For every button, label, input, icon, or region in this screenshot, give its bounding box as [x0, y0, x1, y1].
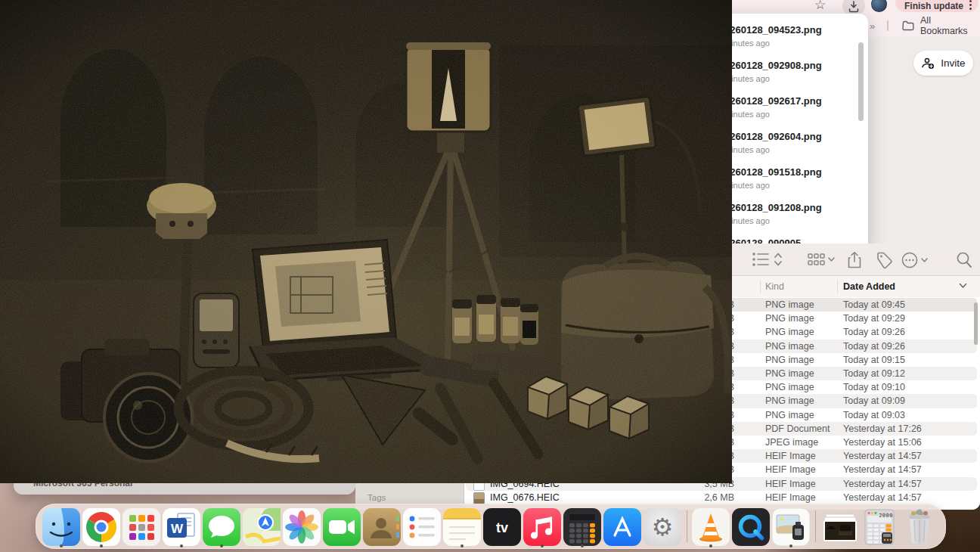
chrome-toolbar: ☆ Finish update — [718, 0, 980, 15]
dock-vlc-icon[interactable] — [691, 504, 731, 549]
dock-minimized-calculator-window-icon[interactable]: 2000 — [860, 504, 900, 549]
file-kind: JPEG image — [765, 437, 818, 448]
file-kind: PNG image — [765, 327, 814, 337]
dock-notes-icon[interactable] — [442, 504, 482, 549]
dock-music-icon[interactable] — [523, 504, 563, 549]
download-time: minutes ago — [724, 110, 853, 119]
file-date-added: Today at 09:03 — [843, 410, 905, 420]
dock-preview-icon[interactable] — [771, 504, 811, 549]
file-row[interactable]: IMG_0676.HEIC2,6 MBHEIF ImageYesterday a… — [466, 491, 977, 504]
search-icon[interactable] — [956, 251, 972, 269]
finish-update-button[interactable]: Finish update — [895, 0, 978, 12]
file-date-added: Yesterday at 14:57 — [843, 451, 922, 461]
dock-word-icon[interactable]: W — [162, 504, 202, 549]
dock-settings-icon[interactable]: ⚙ — [643, 504, 683, 549]
dock-minimized-photo-window-icon[interactable] — [820, 504, 860, 549]
list-view-icon[interactable] — [752, 251, 770, 268]
svg-text:tv: tv — [496, 520, 508, 535]
downloads-panel: 0260128_094523.pngminutes ago0260128_092… — [715, 14, 868, 257]
sort-direction-chevron-icon — [959, 283, 967, 289]
dock-calculator-icon[interactable] — [563, 504, 603, 549]
folder-icon — [902, 20, 914, 31]
dock-divider — [811, 504, 820, 549]
invite-button[interactable]: Invite — [913, 51, 973, 76]
dock-launchpad-icon[interactable] — [122, 504, 162, 549]
tag-icon[interactable] — [876, 251, 894, 269]
file-date-added: Today at 09:45 — [843, 299, 905, 310]
minimized-calculator-display: 2000 — [879, 513, 893, 519]
download-item[interactable]: 0260128_092617.pngminutes ago — [724, 95, 853, 126]
file-size: 2,6 MB — [655, 492, 734, 503]
file-date-added: Today at 09:10 — [843, 382, 905, 392]
dock-appletv-icon[interactable]: tv — [482, 504, 523, 549]
file-kind: PNG image — [765, 313, 814, 324]
downloads-scrollbar[interactable] — [858, 42, 864, 121]
bookmark-star-icon[interactable]: ☆ — [814, 0, 826, 13]
file-kind: HEIF Image — [765, 479, 816, 489]
file-date-added: Yesterday at 17:26 — [843, 423, 922, 434]
file-kind: PNG image — [765, 410, 814, 420]
download-item[interactable]: 0260128_091208.pngminutes ago — [724, 202, 853, 232]
desktop-photo-archaeology-equipment — [0, 0, 732, 483]
share-icon[interactable] — [847, 251, 862, 269]
more-actions-icon[interactable] — [901, 251, 930, 269]
download-file-name: 0260128_094523.png — [724, 24, 853, 36]
dock-facetime-icon[interactable] — [322, 504, 362, 549]
file-date-added: Today at 09:26 — [843, 341, 905, 352]
file-date-added: Today at 09:12 — [843, 368, 905, 379]
person-add-icon — [921, 57, 935, 70]
sidebar-tags-section[interactable]: Tags — [368, 493, 386, 502]
download-item[interactable]: 0260128_091518.pngminutes ago — [724, 166, 853, 197]
dock: Wtv⚙2000 — [36, 504, 946, 549]
file-date-added: Today at 09:29 — [843, 313, 905, 324]
download-file-name: 0260128_091208.png — [724, 202, 853, 213]
download-item[interactable]: 0260128_092908.pngminutes ago — [724, 60, 853, 90]
dock-quicktime-icon[interactable] — [731, 504, 771, 549]
download-time: minutes ago — [724, 39, 853, 48]
running-indicator-dot — [541, 544, 544, 547]
running-indicator-dot — [100, 544, 103, 547]
finder-scrollbar[interactable] — [974, 302, 978, 345]
download-item[interactable]: 0260128_094523.pngminutes ago — [724, 24, 853, 54]
file-kind: PDF Document — [765, 423, 830, 434]
dock-messages-icon[interactable] — [202, 504, 242, 549]
sort-chevrons-icon[interactable] — [774, 251, 783, 268]
file-kind: HEIF Image — [765, 464, 816, 475]
profile-avatar[interactable] — [871, 0, 887, 12]
running-indicator-dot — [220, 544, 223, 547]
file-date-added: Today at 09:15 — [843, 355, 905, 365]
dock-contacts-icon[interactable] — [362, 504, 402, 549]
group-by-icon[interactable] — [808, 251, 835, 268]
dock-maps-icon[interactable] — [242, 504, 282, 549]
image-thumbnail-icon — [473, 492, 485, 504]
dock-trash-icon[interactable] — [900, 504, 940, 549]
dock-finder-icon[interactable] — [42, 504, 82, 549]
column-header-kind[interactable]: Kind — [765, 281, 784, 292]
column-header-date-added[interactable]: Date Added — [843, 281, 895, 292]
download-file-name: 0260128_092604.png — [724, 131, 853, 142]
svg-text:⚙: ⚙ — [652, 513, 674, 541]
svg-text:W: W — [171, 522, 184, 536]
running-indicator-dot — [461, 544, 464, 547]
running-indicator-dot — [581, 544, 584, 547]
all-bookmarks-item[interactable]: All Bookmarks — [920, 15, 980, 36]
bookmarks-overflow-icon[interactable]: » — [870, 20, 875, 32]
file-date-added: Yesterday at 14:57 — [843, 464, 922, 475]
download-time: minutes ago — [724, 216, 853, 225]
column-separator[interactable] — [760, 280, 761, 293]
file-kind: PNG image — [765, 355, 814, 365]
download-item[interactable]: 0260128_092604.pngminutes ago — [724, 131, 853, 161]
bookmarks-separator — [887, 20, 889, 31]
running-indicator-dot — [789, 544, 792, 547]
download-file-name: 0260128_091518.png — [724, 166, 853, 178]
file-date-added: Yesterday at 14:57 — [843, 492, 922, 503]
column-separator[interactable] — [837, 280, 838, 293]
browser-menu-icon[interactable] — [969, 0, 972, 10]
dock-photos-icon[interactable] — [282, 504, 322, 549]
download-time: minutes ago — [724, 181, 853, 190]
download-time: minutes ago — [724, 145, 853, 154]
dock-reminders-icon[interactable] — [402, 504, 442, 549]
dock-appstore-icon[interactable] — [603, 504, 643, 549]
dock-divider — [683, 504, 691, 549]
dock-chrome-icon[interactable] — [82, 504, 122, 549]
